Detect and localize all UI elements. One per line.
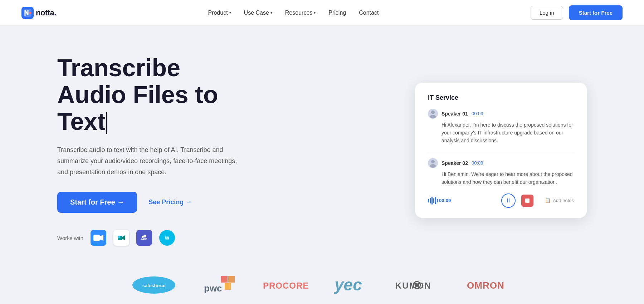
ms-teams-icon [136,230,152,246]
nav-resources[interactable]: Resources ▾ [285,10,316,16]
hero-description: Transcribe audio to text with the help o… [57,144,243,177]
svg-text:yec: yec [334,276,362,294]
resources-chevron-icon: ▾ [314,11,316,15]
brand-pwc: pwc [200,274,240,296]
brand-yec: yec [333,276,372,294]
hero-title: Transcribe Audio Files to Text [57,54,272,134]
speaker1-block: Speaker 01 00:03 Hi Alexander. I'm here … [428,109,574,145]
works-with: Works with [57,230,272,246]
svg-point-10 [431,111,435,114]
add-notes-button[interactable]: 📋 Add notes [545,198,574,203]
brand-omron: OMRON [465,278,515,292]
svg-rect-3 [93,235,100,241]
nav-pricing[interactable]: Pricing [328,10,346,16]
cursor [106,112,107,134]
svg-point-6 [143,235,146,237]
hero-left: Transcribe Audio Files to Text Transcrib… [57,54,272,246]
nav-actions: Log in Start for Free [531,5,623,20]
speaker2-text: Hi Benjamin. We're eager to hear more ab… [428,170,574,186]
notes-icon: 📋 [545,198,551,203]
hero-cta: Start for Free → See Pricing → [57,192,272,213]
nav-product[interactable]: Product ▾ [208,10,231,16]
speaker1-meta: Speaker 01 00:03 [428,109,574,119]
speaker1-text: Hi Alexander. I'm here to discuss the pr… [428,121,574,145]
card-divider [428,152,574,152]
webex-icon: W [159,230,175,246]
brands-strip: salesforce pwc PROCORE yec KUMON OM [0,267,644,304]
stop-button[interactable] [521,195,533,207]
login-button[interactable]: Log in [531,6,563,20]
audio-time-display: 00:09 [439,198,451,203]
speaker2-meta: Speaker 02 00:08 [428,158,574,168]
nav-contact[interactable]: Contact [359,10,379,16]
nav-start-free-button[interactable]: Start for Free [569,5,623,20]
svg-text:pwc: pwc [204,283,222,294]
logo-text: notta. [36,8,56,18]
svg-point-13 [430,164,436,168]
svg-point-7 [142,236,144,238]
svg-point-24 [415,283,419,287]
svg-rect-17 [228,276,235,283]
speaker2-avatar [428,158,438,168]
wave-bars [428,197,438,205]
brand-salesforce: salesforce [129,275,179,295]
svg-point-12 [431,160,435,163]
nav-usecase[interactable]: Use Case ▾ [244,10,272,16]
pause-icon: ⏸ [506,197,511,204]
stop-icon [525,198,530,203]
speaker2-name: Speaker 02 [441,160,468,166]
google-meet-icon [113,230,129,246]
brand-procore: PROCORE [261,278,311,292]
card-title: IT Service [428,94,574,102]
audio-wave: 00:09 [428,197,451,205]
svg-text:OMRON: OMRON [467,280,504,291]
notta-logo-icon [21,7,34,19]
zoom-icon [91,230,106,246]
svg-text:PROCORE: PROCORE [263,281,309,290]
transcription-card: IT Service Speaker 01 00:03 Hi Alexander… [415,83,587,218]
svg-text:W: W [165,235,170,241]
brand-kumon: KUMON [394,278,444,292]
svg-marker-4 [100,235,103,241]
hero-start-free-button[interactable]: Start for Free → [57,192,137,213]
navbar: notta. Product ▾ Use Case ▾ Resources ▾ … [0,0,644,26]
nav-links: Product ▾ Use Case ▾ Resources ▾ Pricing… [208,10,379,16]
svg-text:salesforce: salesforce [142,283,165,288]
see-pricing-button[interactable]: See Pricing → [148,198,192,206]
card-controls: 00:09 ⏸ 📋 Add notes [428,193,574,208]
works-with-label: Works with [57,235,83,241]
speaker2-time: 00:08 [472,160,483,166]
svg-point-11 [430,115,436,118]
product-chevron-icon: ▾ [229,11,231,15]
speaker1-time: 00:03 [472,111,483,116]
svg-rect-16 [221,276,228,283]
speaker1-avatar [428,109,438,119]
logo-link[interactable]: notta. [21,7,56,19]
usecase-chevron-icon: ▾ [270,11,272,15]
hero-section: Transcribe Audio Files to Text Transcrib… [0,26,644,267]
svg-point-2 [29,12,31,14]
svg-rect-18 [225,283,231,290]
speaker2-block: Speaker 02 00:08 Hi Benjamin. We're eage… [428,158,574,186]
speaker1-name: Speaker 01 [441,111,468,117]
pause-button[interactable]: ⏸ [501,193,516,208]
